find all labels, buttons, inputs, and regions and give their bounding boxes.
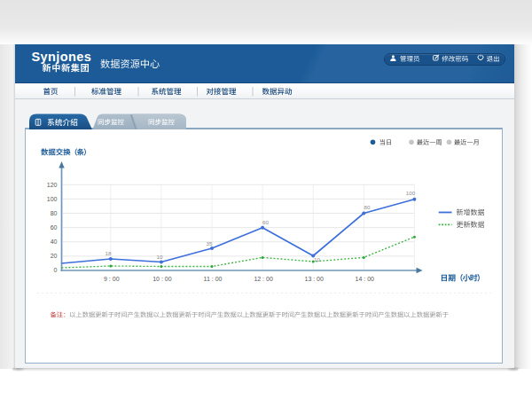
svg-text:10 : 00: 10 : 00 <box>153 276 172 282</box>
svg-text:80: 80 <box>51 210 58 216</box>
svg-text:13 : 00: 13 : 00 <box>304 276 324 282</box>
svg-text:14 : 00: 14 : 00 <box>356 276 375 282</box>
svg-text:Synjones: Synjones <box>32 50 92 64</box>
svg-text:100: 100 <box>406 190 416 196</box>
svg-text:12 : 00: 12 : 00 <box>254 276 273 282</box>
svg-text:10: 10 <box>157 254 163 260</box>
svg-text:18: 18 <box>106 250 112 256</box>
svg-text:80: 80 <box>364 204 371 210</box>
svg-text:100: 100 <box>47 196 58 202</box>
svg-text:60: 60 <box>262 219 269 225</box>
svg-text:20: 20 <box>51 253 58 259</box>
svg-text:11 : 00: 11 : 00 <box>204 276 223 282</box>
svg-text:40: 40 <box>51 239 58 245</box>
svg-text:9 : 00: 9 : 00 <box>104 276 120 282</box>
svg-text:10: 10 <box>314 256 320 262</box>
svg-text:35: 35 <box>207 240 213 246</box>
svg-text:60: 60 <box>51 224 58 231</box>
svg-text:0: 0 <box>54 267 58 273</box>
svg-text:120: 120 <box>47 182 58 188</box>
